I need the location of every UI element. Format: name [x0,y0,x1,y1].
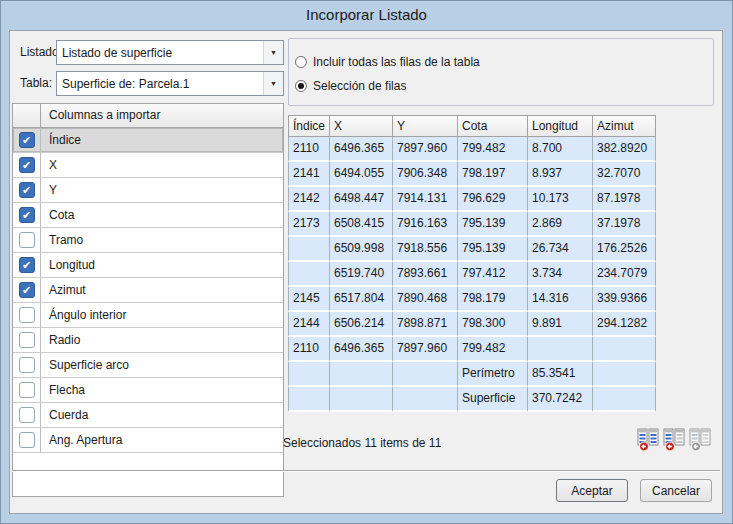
column-row[interactable]: ✔ Radio [13,328,283,353]
columns-to-import-list: Columnas a importar ✔ Índice ✔ X ✔ Y ✔ C… [12,103,284,497]
cell: 6508.415 [330,212,393,237]
cell: 2110 [288,137,330,162]
chevron-down-icon[interactable]: ▼ [263,72,283,95]
column-row[interactable]: ✔ Ángulo interior [13,303,283,328]
column-row[interactable]: ✔ Flecha [13,378,283,403]
cell: 37.1978 [593,212,656,237]
column-row[interactable]: ✔ Y [13,178,283,203]
cell: 7916.163 [393,212,458,237]
radio-button-icon[interactable] [295,56,307,68]
tabla-combobox[interactable]: Superficie de: Parcela.1 ▼ [56,71,284,96]
cell: 32.7070 [593,162,656,187]
cell: 85.3541 [528,362,593,387]
radio-incluir-todas-filas[interactable]: Incluir todas las filas de la tabla [295,51,480,73]
column-row[interactable]: ✔ X [13,153,283,178]
select-current-item-icon[interactable] [663,428,685,452]
column-checkbox[interactable]: ✔ [19,307,35,323]
cell: 7897.960 [393,337,458,362]
cell: 8.937 [528,162,593,187]
cell [330,387,393,412]
cell [593,362,656,387]
column-row[interactable]: ✔ Longitud [13,253,283,278]
cell: 799.482 [458,337,528,362]
column-checkbox[interactable]: ✔ [19,157,35,173]
column-label: Índice [41,128,283,152]
table-row[interactable]: 2110 6496.365 7897.960 799.482 [288,337,656,362]
accept-button[interactable]: Aceptar [556,479,628,502]
column-label: X [41,153,283,177]
column-row[interactable]: ✔ Cuerda [13,403,283,428]
cell: 294.1282 [593,312,656,337]
selection-status-text: Seleccionados 11 items de 11 [283,435,441,451]
tabla-combobox-value: Superficie de: Parcela.1 [57,77,263,91]
table-row[interactable]: 2110 6496.365 7897.960 799.482 8.700 382… [288,137,656,162]
column-checkbox[interactable]: ✔ [19,257,35,273]
table-row[interactable]: 6509.998 7918.556 795.139 26.734 176.252… [288,237,656,262]
table-row[interactable]: 2145 6517.804 7890.468 798.179 14.316 33… [288,287,656,312]
column-checkbox[interactable]: ✔ [19,407,35,423]
column-header[interactable]: Índice [288,115,330,137]
table-row[interactable]: 6519.740 7893.661 797.412 3.734 234.7079 [288,262,656,287]
cell [288,362,330,387]
column-checkbox[interactable]: ✔ [19,182,35,198]
column-row[interactable]: ✔ Superficie arco [13,353,283,378]
column-header[interactable]: Azimut [593,115,656,137]
listado-combobox[interactable]: Listado de superficie ▼ [56,40,284,65]
cell: 8.700 [528,137,593,162]
column-label: Tramo [41,228,283,252]
cell: 2144 [288,312,330,337]
cell: 2173 [288,212,330,237]
select-all-items-icon[interactable] [637,428,659,452]
cell [393,387,458,412]
table-row[interactable]: 2141 6494.055 7906.348 798.197 8.937 32.… [288,162,656,187]
columns-list-header: Columnas a importar [13,104,283,128]
cell: 798.300 [458,312,528,337]
table-row[interactable]: 2144 6506.214 7898.871 798.300 9.891 294… [288,312,656,337]
rows-table: Índice X Y Cota Longitud Azimut 2110 649… [288,115,656,412]
cell [593,387,656,412]
column-header[interactable]: Y [393,115,458,137]
column-row[interactable]: ✔ Ang. Apertura [13,428,283,453]
column-header[interactable]: Longitud [528,115,593,137]
radio-button-icon[interactable] [295,80,307,92]
column-checkbox[interactable]: ✔ [19,332,35,348]
column-checkbox[interactable]: ✔ [19,357,35,373]
column-row[interactable]: ✔ Índice [13,128,283,153]
column-checkbox[interactable]: ✔ [19,207,35,223]
column-row[interactable]: ✔ Cota [13,203,283,228]
table-row[interactable]: 2173 6508.415 7916.163 795.139 2.869 37.… [288,212,656,237]
table-header-row: Índice X Y Cota Longitud Azimut [288,115,656,137]
column-row[interactable]: ✔ Tramo [13,228,283,253]
table-row[interactable]: Perímetro 85.3541 [288,362,656,387]
cell: 9.891 [528,312,593,337]
cell: 797.412 [458,262,528,287]
cell: 799.482 [458,137,528,162]
cell: 339.9366 [593,287,656,312]
cell: 7906.348 [393,162,458,187]
column-header[interactable]: Cota [458,115,528,137]
cell: 7890.468 [393,287,458,312]
column-checkbox[interactable]: ✔ [19,132,35,148]
cell: 10.173 [528,187,593,212]
column-checkbox[interactable]: ✔ [19,232,35,248]
cell: Perímetro [458,362,528,387]
column-label: Superficie arco [41,353,283,377]
column-row[interactable]: ✔ Azimut [13,278,283,303]
column-label: Ang. Apertura [41,428,283,452]
cell: 370.7242 [528,387,593,412]
chevron-down-icon[interactable]: ▼ [263,41,283,64]
cancel-button[interactable]: Cancelar [640,479,712,502]
cell: 6496.365 [330,137,393,162]
table-row[interactable]: 2142 6498.447 7914.131 796.629 10.173 87… [288,187,656,212]
cell: 6494.055 [330,162,393,187]
column-checkbox[interactable]: ✔ [19,282,35,298]
column-header[interactable]: X [330,115,393,137]
radio-seleccion-de-filas[interactable]: Selección de filas [295,75,406,97]
column-checkbox[interactable]: ✔ [19,382,35,398]
column-checkbox[interactable]: ✔ [19,432,35,448]
titlebar[interactable]: Incorporar Listado [1,1,732,29]
cell: 798.179 [458,287,528,312]
cell: 6509.998 [330,237,393,262]
clear-selection-icon[interactable] [689,428,711,452]
table-row[interactable]: Superficie 370.7242 [288,387,656,412]
